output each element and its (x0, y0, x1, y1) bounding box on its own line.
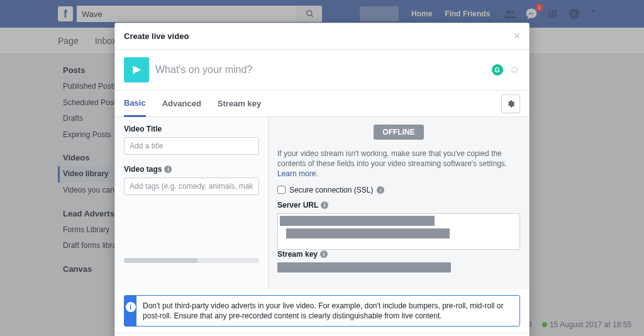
video-title-input[interactable] (124, 137, 259, 155)
gear-icon (506, 99, 515, 108)
notice-icon-wrap: i (125, 296, 136, 326)
policy-notice: i Don't put third-party video adverts in… (124, 295, 520, 327)
modal-footer: Go Live ▼ (115, 333, 529, 336)
ssl-row[interactable]: Secure connection (SSL) i (277, 186, 520, 194)
info-icon[interactable]: i (377, 186, 384, 194)
tab-basic[interactable]: Basic (124, 91, 146, 117)
video-tags-label: Video tags i (124, 165, 259, 174)
info-icon[interactable]: i (164, 165, 172, 173)
stream-key-label: Stream key i (277, 250, 520, 259)
stream-status-badge: OFFLINE (374, 125, 423, 140)
modal-header: Create live video × (115, 23, 529, 50)
modal-title: Create live video (124, 31, 189, 41)
notice-text: Don't put third-party video adverts in y… (136, 296, 519, 326)
grammarly-icon[interactable]: G (492, 64, 503, 76)
server-url-label: Server URL i (277, 201, 520, 210)
close-icon[interactable]: × (513, 30, 520, 43)
redacted-block (286, 228, 450, 238)
stream-help-text: If your video stream isn't working, make… (277, 148, 520, 179)
basic-right-panel: OFFLINE If your video stream isn't worki… (269, 117, 529, 289)
basic-left-panel: Video Title Video tags i (115, 117, 269, 289)
tab-stream-key[interactable]: Stream key (218, 91, 261, 116)
create-live-video-modal: Create live video × What's on your mind?… (114, 23, 530, 336)
info-icon: i (126, 302, 136, 312)
server-url-field[interactable] (277, 213, 520, 250)
video-title-label: Video Title (124, 125, 259, 133)
redacted-block (280, 216, 435, 226)
horizontal-scrollbar[interactable] (124, 258, 259, 263)
emoji-picker-icon[interactable]: ☺ (509, 64, 520, 76)
info-icon[interactable]: i (320, 250, 328, 258)
ssl-checkbox[interactable] (277, 186, 286, 194)
composer-row: What's on your mind? G ☺ (115, 50, 529, 91)
info-icon[interactable]: i (321, 201, 328, 209)
redacted-block (277, 262, 451, 272)
tab-advanced[interactable]: Advanced (162, 91, 201, 116)
page-avatar-icon (124, 57, 149, 82)
video-tags-input[interactable] (124, 177, 259, 195)
composer-input[interactable]: What's on your mind? (155, 64, 486, 76)
learn-more-link[interactable]: Learn more. (277, 169, 318, 178)
tabs: Basic Advanced Stream key (115, 91, 529, 117)
modal-overlay: Create live video × What's on your mind?… (0, 0, 644, 336)
settings-button[interactable] (501, 94, 520, 113)
ssl-label: Secure connection (SSL) (289, 186, 373, 194)
